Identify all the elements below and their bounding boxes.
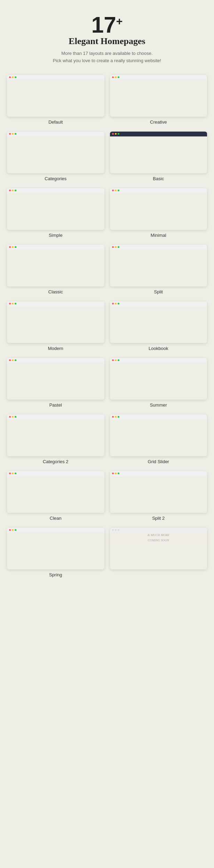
template-item-minimal[interactable]: CollectionKids Headwear Shop Now Minimal [110,188,207,239]
dot [115,529,117,531]
template-label-classic: Classic [48,289,63,294]
browser-chrome [7,188,104,193]
dot-red [112,359,114,361]
template-label-split2: Split 2 [152,516,165,521]
browser-chrome [7,75,104,80]
desc-line2: Pick what you love to create a really st… [7,57,207,65]
template-item-spring[interactable]: Hello Spring Spring [7,528,104,579]
dot-red [9,359,11,361]
dot-yellow [12,529,14,531]
template-label-minimal: Minimal [151,233,166,238]
dot-yellow [115,76,117,78]
dot-yellow [12,416,14,418]
dot-yellow [115,246,117,248]
dot-green [118,359,119,361]
dot-red [112,303,114,304]
coming-soon-text: & MUCH MORECOMING SOON [148,533,169,543]
template-label-summer: Summer [150,402,167,408]
template-label-modern: Modern [48,346,63,351]
dot-yellow [12,76,14,78]
template-thumb-split: FW-19On Trending [110,245,207,286]
browser-chrome [110,75,207,80]
browser-chrome [110,415,207,419]
template-thumb-spring: Hello Spring [7,528,104,569]
template-item-split2[interactable]: BeautifulIn Tune withNature Great Collec… [110,471,207,522]
dot-green [15,190,16,191]
template-thumb-summer: MEN'SSUMMER [110,358,207,400]
template-label-clean: Clean [50,516,62,521]
dot-yellow [12,359,14,361]
dot-green [15,359,16,361]
template-thumb-comingsoon: & MUCH MORECOMING SOON [110,528,207,569]
dot-red [9,303,11,304]
template-item-creative[interactable]: Pluto S-19Collection Creative [110,75,207,126]
template-label-basic: Basic [153,176,164,181]
template-label-creative: Creative [150,119,167,125]
dot-yellow [115,416,117,418]
template-item-gridslider[interactable]: Grid Slider [110,415,207,466]
template-item-clean[interactable]: G CollectionWinter 19 Clean [7,471,104,522]
browser-chrome [110,301,207,306]
dot-green [15,529,16,531]
template-label-gridslider: Grid Slider [148,459,169,464]
browser-chrome [7,301,104,306]
template-item-default[interactable]: The DieselBlack Edition SHOP IT Default [7,75,104,126]
page-wrapper: 17+ Elegant Homepages More than 17 layou… [0,0,214,600]
dot-green [15,133,16,135]
template-thumb-split2: BeautifulIn Tune withNature Great Collec… [110,471,207,513]
number-display: 17+ [7,14,207,36]
template-item-simple[interactable]: NewArrivals fashion s Simple [7,188,104,239]
template-item-categories[interactable]: SS-19 Trending Categories [7,132,104,183]
template-item-categories2[interactable]: Fall/ Winter2019─ClothesShoes Categories… [7,415,104,466]
dot-green [15,473,16,474]
template-item-pastel[interactable]: Pastelaa Inspiron Shop Now Pastel [7,358,104,409]
template-thumb-simple: NewArrivals fashion s [7,188,104,230]
dot-yellow [115,303,117,304]
dot-green [118,76,119,78]
dot-green [15,416,16,418]
header-section: 17+ Elegant Homepages More than 17 layou… [7,14,207,65]
dot-red [9,246,11,248]
browser-chrome [7,415,104,419]
browser-chrome [110,358,207,363]
template-label-pastel: Pastel [49,402,62,408]
dot-red [112,76,114,78]
template-item-modern[interactable]: PastelInspirion Modern [7,301,104,352]
browser-chrome [7,132,104,136]
dot-red [112,416,114,418]
dot-green [118,473,119,474]
dot-green [15,303,16,304]
dot-yellow [12,303,14,304]
dot-red [112,246,114,248]
template-thumb-categories: SS-19 Trending [7,132,104,173]
dot [118,529,119,531]
section-title: Elegant Homepages [7,36,207,47]
plus-text: + [116,15,123,27]
dot-yellow [115,190,117,191]
dot-red [9,76,11,78]
template-item-classic[interactable]: SS-19 Classic [7,245,104,296]
thumb-content: & MUCH MORECOMING SOON [110,533,207,543]
template-thumb-categories2: Fall/ Winter2019─ClothesShoes [7,415,104,456]
dot [112,529,114,531]
dot-red [9,416,11,418]
browser-chrome [110,471,207,476]
browser-chrome [110,132,207,136]
dot-yellow [12,190,14,191]
template-thumb-pastel: Pastelaa Inspiron Shop Now [7,358,104,400]
dot-green [118,190,119,191]
template-item-summer[interactable]: MEN'SSUMMER Summer [110,358,207,409]
template-label-lookbook: Lookbook [149,346,168,351]
dot-red [112,190,114,191]
browser-chrome [7,358,104,363]
dot-green [15,76,16,78]
dot-red [9,133,11,135]
template-item-lookbook[interactable]: Red SeasonProject SHOP IT Lookbook [110,301,207,352]
template-label-default: Default [48,119,63,125]
number-text: 17 [92,12,116,37]
template-item-basic[interactable]: NIKEAIR27C Basic [110,132,207,183]
template-item-split[interactable]: FW-19On Trending Split [110,245,207,296]
dot-green [118,416,119,418]
dot-green [118,246,119,248]
browser-chrome [7,245,104,250]
